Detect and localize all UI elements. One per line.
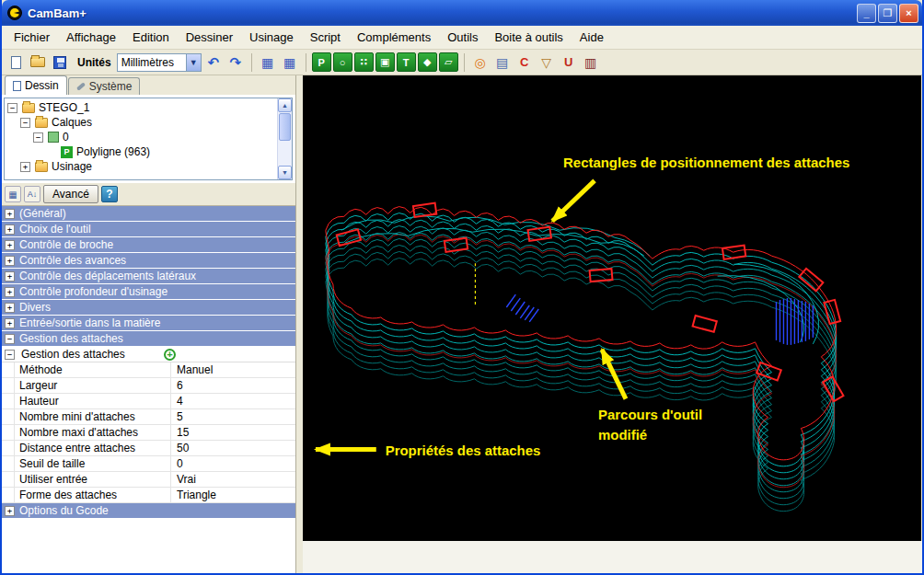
expander-icon[interactable]: − [5,334,15,344]
op-pocket-button[interactable]: ▤ [492,52,513,73]
expander-icon[interactable]: + [5,506,15,516]
categorized-view-button[interactable]: ▦ [5,186,21,202]
scroll-down-icon[interactable] [278,166,292,179]
tree-expander[interactable]: − [7,103,17,113]
menu-edition[interactable]: Edition [124,27,178,48]
draw-region-button[interactable]: ▱ [439,52,458,72]
category-choix-outil[interactable]: + Choix de l'outil [2,222,295,237]
menu-fichier[interactable]: Fichier [6,27,58,48]
advanced-button[interactable]: Avancé [43,185,98,203]
prop-row-utiliser-entree[interactable]: Utiliser entrée Vrai [2,472,295,488]
draw-polyline-button[interactable]: P [312,52,331,72]
prop-row-distance[interactable]: Distance entre attaches 50 [2,441,295,456]
menu-dessiner[interactable]: Dessiner [178,27,241,48]
prop-row-methode[interactable]: Méthode Manuel [2,362,295,378]
redo-button[interactable]: ↷ [225,52,246,73]
op-profile-button[interactable]: ◎ [470,52,491,73]
category-controle-broche[interactable]: + Contrôle de broche [2,237,295,253]
alphabetical-sort-button[interactable]: A↓ [24,186,40,202]
draw-circle-button[interactable]: ○ [333,52,352,72]
save-button[interactable] [50,52,70,73]
prop-row-nombre-maxi[interactable]: Nombre maxi d'attaches 15 [2,425,295,441]
undo-button[interactable]: ↶ [203,52,224,73]
new-file-button[interactable] [6,52,26,73]
menu-script[interactable]: Script [302,27,349,48]
scroll-up-icon[interactable] [278,98,292,112]
menu-outils[interactable]: Outils [439,27,486,48]
expander-icon[interactable]: + [5,271,15,282]
tree-item-layer0[interactable]: − 0 [5,130,277,144]
tree-item-stego[interactable]: − STEGO_1 [5,100,277,115]
drawing-canvas[interactable]: Rectangles de positionnement des attache… [303,75,921,541]
expander-icon[interactable]: + [5,287,15,297]
expander-icon[interactable]: + [5,303,15,313]
category-entree-sortie[interactable]: + Entrée/sortie dans la matière [2,316,295,331]
prop-row-nombre-mini[interactable]: Nombre mini d'attaches 5 [2,409,295,425]
category-options-gcode[interactable]: + Options du Gcode [2,503,295,519]
tree-scrollbar[interactable] [277,98,292,179]
tree-item-usinage[interactable]: + Usinage [5,159,277,174]
expander-icon[interactable]: − [5,350,15,360]
prop-value[interactable]: 0 [171,456,295,471]
expander-icon[interactable]: + [5,256,15,266]
op-3d-profile-button[interactable]: U [559,52,579,73]
tree-expander[interactable]: − [20,118,30,128]
draw-points-button[interactable]: ∷ [354,52,374,72]
op-engrave-button[interactable]: C [514,52,535,73]
expander-icon[interactable]: + [5,224,15,235]
category-divers[interactable]: + Divers [2,300,295,316]
tree-expander[interactable]: − [33,132,43,143]
menu-boite-a-outils[interactable]: Boite à outils [486,27,571,48]
tab-systeme[interactable]: Système [68,77,141,95]
titlebar[interactable]: CamBam+ _ ❐ × [2,0,922,26]
units-combobox[interactable]: Millimètres [117,53,202,72]
prop-row-largeur[interactable]: Largeur 6 [2,378,295,394]
tree-item-polyligne[interactable]: Polyligne (963) [5,144,277,159]
draw-rectangle-button[interactable]: ▣ [375,52,395,72]
maximize-button[interactable]: ❐ [878,4,897,23]
category-gestion-attaches[interactable]: − Gestion des attaches [2,331,295,347]
op-drill-button[interactable]: ▽ [537,52,557,73]
prop-value[interactable]: Vrai [171,472,295,487]
tree-expander[interactable]: + [20,162,30,172]
category-profondeur-usinage[interactable]: + Contrôle profondeur d'usinage [2,284,295,300]
chevron-down-icon[interactable] [186,54,201,71]
category-general[interactable]: + (Général) [2,206,295,222]
menu-aide[interactable]: Aide [572,27,612,48]
tab-dessin[interactable]: Dessin [5,75,67,95]
op-gcode-button[interactable]: ▥ [581,52,601,73]
tree-item-calques[interactable]: − Calques [5,115,277,130]
expander-icon[interactable]: + [5,209,15,219]
prop-row-forme[interactable]: Forme des attaches Triangle [2,488,295,503]
close-button[interactable]: × [899,4,918,23]
draw-surface-button[interactable]: ◆ [418,52,437,72]
group-gestion-attaches[interactable]: − Gestion des attaches [2,347,295,362]
prop-value[interactable]: 15 [171,425,295,440]
help-button[interactable]: ? [101,186,118,202]
prop-value[interactable]: 5 [171,409,295,424]
category-controle-avances[interactable]: + Contrôle des avances [2,253,295,269]
expander-icon[interactable]: + [5,240,15,250]
menu-affichage[interactable]: Affichage [58,27,124,48]
minimize-button[interactable]: _ [857,4,876,23]
menu-usinage[interactable]: Usinage [241,27,302,48]
category-deplacements-lateraux[interactable]: + Contrôle des déplacements latéraux [2,269,295,284]
prop-value[interactable]: Triangle [171,488,295,502]
expander-icon[interactable]: + [5,318,15,328]
prop-row-hauteur[interactable]: Hauteur 4 [2,394,295,409]
prop-row-seuil[interactable]: Seuil de taille 0 [2,456,295,472]
prop-value[interactable]: 4 [171,394,295,408]
category-label: (Général) [19,207,66,220]
snap-toggle-button[interactable]: ▦ [280,52,300,73]
prop-value[interactable]: 6 [171,378,295,393]
prop-value[interactable]: 50 [171,441,295,455]
grid-toggle-button[interactable]: ▦ [258,52,278,73]
scroll-thumb[interactable] [279,113,291,141]
open-file-button[interactable] [28,52,48,73]
panel-splitter[interactable] [296,75,303,573]
add-attache-icon[interactable] [164,349,176,361]
prop-value[interactable]: Manuel [171,362,295,377]
annotation-properties: Propriétés des attaches [386,443,541,458]
menu-complements[interactable]: Compléments [349,27,439,48]
draw-text-button[interactable]: T [397,52,416,72]
